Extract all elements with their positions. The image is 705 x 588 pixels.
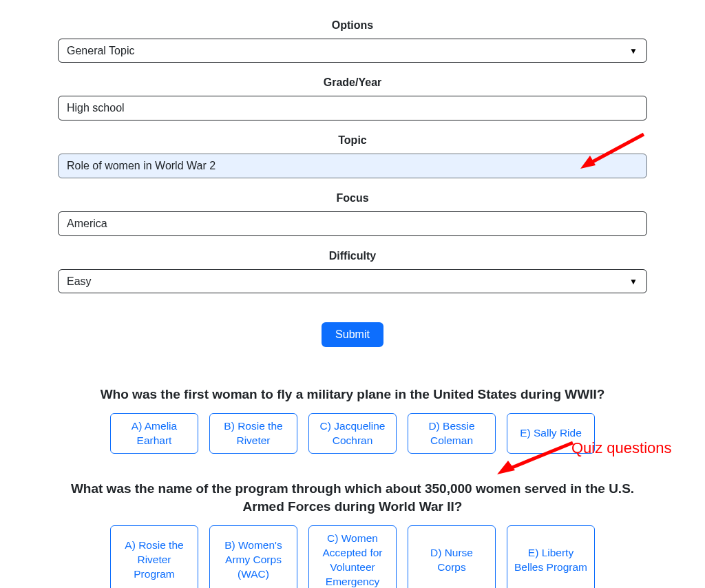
- options-field: Options General Topic ▼: [58, 19, 647, 63]
- topic-label: Topic: [58, 134, 647, 147]
- question-text: What was the name of the program through…: [58, 480, 647, 515]
- focus-field: Focus: [58, 192, 647, 236]
- answer-option[interactable]: E) Liberty Belles Program: [507, 525, 595, 588]
- question-1: Who was the first woman to fly a militar…: [58, 386, 647, 454]
- answer-option[interactable]: D) Bessie Coleman: [408, 413, 496, 454]
- question-text: Who was the first woman to fly a militar…: [58, 386, 647, 403]
- annotation-label: Quiz questions: [571, 439, 672, 457]
- topic-field: Topic: [58, 134, 647, 178]
- difficulty-label: Difficulty: [58, 250, 647, 262]
- topic-input[interactable]: [58, 154, 647, 178]
- answer-row: A) Amelia Earhart B) Rosie the Riveter C…: [58, 413, 647, 454]
- svg-marker-1: [497, 461, 515, 474]
- grade-field: Grade/Year: [58, 76, 647, 120]
- difficulty-select[interactable]: Easy: [58, 269, 647, 293]
- answer-option[interactable]: B) Women's Army Corps (WAC): [209, 525, 297, 588]
- answer-option[interactable]: D) Nurse Corps: [408, 525, 496, 588]
- focus-label: Focus: [58, 192, 647, 204]
- answer-row: A) Rosie the Riveter Program B) Women's …: [58, 525, 647, 588]
- difficulty-select-wrap: Easy ▼: [58, 269, 647, 293]
- submit-wrap: Submit: [58, 322, 647, 347]
- answer-option[interactable]: A) Amelia Earhart: [110, 413, 198, 454]
- options-label: Options: [58, 19, 647, 32]
- focus-input[interactable]: [58, 211, 647, 236]
- answer-option[interactable]: C) Jacqueline Cochran: [308, 413, 397, 454]
- grade-input[interactable]: [58, 96, 647, 120]
- answer-option[interactable]: C) Women Accepted for Volunteer Emergenc…: [308, 525, 397, 588]
- answer-option[interactable]: A) Rosie the Riveter Program: [110, 525, 198, 588]
- submit-button[interactable]: Submit: [322, 322, 383, 347]
- options-select[interactable]: General Topic: [58, 39, 647, 63]
- grade-label: Grade/Year: [58, 76, 647, 89]
- options-select-wrap: General Topic ▼: [58, 39, 647, 63]
- question-2: What was the name of the program through…: [58, 480, 647, 588]
- answer-option[interactable]: B) Rosie the Riveter: [209, 413, 297, 454]
- difficulty-field: Difficulty Easy ▼: [58, 250, 647, 293]
